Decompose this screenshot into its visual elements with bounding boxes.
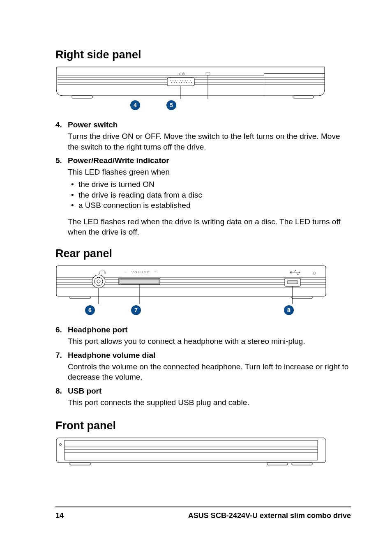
svg-text:VOLUME: VOLUME — [131, 270, 150, 274]
svg-point-24 — [179, 82, 180, 83]
svg-rect-11 — [167, 78, 194, 86]
bullet-item: the drive is turned ON — [69, 179, 351, 190]
list-item: 5. Power/Read/Write indicator This LED f… — [55, 156, 351, 237]
svg-rect-71 — [70, 463, 90, 465]
svg-point-15 — [178, 80, 178, 81]
callout-circle-8: 8 — [284, 305, 294, 315]
svg-point-16 — [180, 80, 181, 81]
list-item: 8. USB port This port connects the suppl… — [55, 387, 351, 410]
svg-text:+: + — [154, 270, 156, 274]
svg-rect-9 — [72, 96, 92, 98]
rear-panel-diagram: VOLUME − + 6 — [55, 265, 351, 322]
svg-point-26 — [184, 82, 184, 83]
svg-point-28 — [189, 82, 189, 83]
item-number: 4. — [55, 120, 68, 154]
page-footer: 14 ASUS SCB-2424V-U external slim combo … — [55, 502, 351, 520]
page-number: 14 — [55, 511, 64, 520]
svg-point-27 — [186, 82, 187, 83]
callout-circle-7: 7 — [131, 305, 141, 315]
svg-rect-72 — [267, 463, 288, 465]
svg-point-19 — [187, 80, 188, 81]
front-panel-diagram — [55, 437, 351, 467]
svg-rect-10 — [293, 96, 314, 98]
section-heading-front: Front panel — [55, 419, 351, 432]
svg-rect-42 — [292, 296, 312, 299]
svg-point-20 — [190, 80, 191, 81]
item-number: 6. — [55, 325, 68, 348]
svg-point-22 — [174, 82, 175, 83]
item-title: Headphone port — [68, 325, 351, 334]
svg-point-14 — [175, 80, 176, 81]
svg-point-21 — [171, 82, 172, 83]
section-heading-right: Right side panel — [55, 48, 351, 61]
list-item: 7. Headphone volume dial Controls the vo… — [55, 351, 351, 384]
callout-circle-4: 4 — [130, 100, 140, 110]
item-title: USB port — [68, 387, 351, 396]
footer-product-name: ASUS SCB-2424V-U external slim combo dri… — [188, 511, 351, 520]
item-desc: Turns the drive ON or OFF. Move the swit… — [68, 131, 351, 152]
svg-text:−: − — [125, 270, 127, 274]
svg-point-23 — [176, 82, 177, 83]
bullet-item: the drive is reading data from a disc — [69, 190, 351, 200]
svg-rect-60 — [297, 274, 298, 275]
svg-point-25 — [181, 82, 182, 83]
svg-point-29 — [191, 82, 192, 83]
svg-point-18 — [185, 80, 186, 81]
svg-rect-73 — [292, 463, 312, 465]
svg-rect-41 — [70, 296, 90, 299]
right-panel-diagram: 4 5 — [55, 66, 351, 117]
svg-point-12 — [170, 80, 171, 81]
section-heading-rear: Rear panel — [55, 247, 351, 260]
svg-point-58 — [295, 270, 296, 271]
callout-circle-6: 6 — [85, 305, 95, 315]
item-after-paragraph: The LED flashes red when the drive is wr… — [68, 216, 351, 237]
svg-rect-54 — [287, 281, 298, 284]
item-title: Power switch — [68, 120, 351, 129]
item-title: Power/Read/Write indicator — [68, 156, 351, 165]
svg-point-13 — [173, 80, 173, 81]
item-desc: This LED flashes green when — [68, 167, 351, 177]
svg-rect-66 — [65, 440, 318, 460]
item-number: 8. — [55, 387, 68, 410]
item-desc: Controls the volume on the connected hea… — [68, 362, 351, 382]
svg-rect-49 — [120, 279, 159, 283]
svg-point-17 — [182, 80, 183, 81]
svg-point-45 — [97, 280, 100, 283]
list-item: 6. Headphone port This port allows you t… — [55, 325, 351, 348]
bullet-item: a USB connection is established — [69, 200, 351, 211]
item-desc: This port connects the supplied USB plug… — [68, 397, 351, 408]
item-number: 5. — [55, 156, 68, 237]
callout-circle-5: 5 — [166, 100, 176, 110]
item-title: Headphone volume dial — [68, 351, 351, 360]
item-number: 7. — [55, 351, 68, 384]
item-desc: This port allows you to connect a headph… — [68, 336, 351, 347]
list-item: 4. Power switch Turns the drive ON or OF… — [55, 120, 351, 154]
